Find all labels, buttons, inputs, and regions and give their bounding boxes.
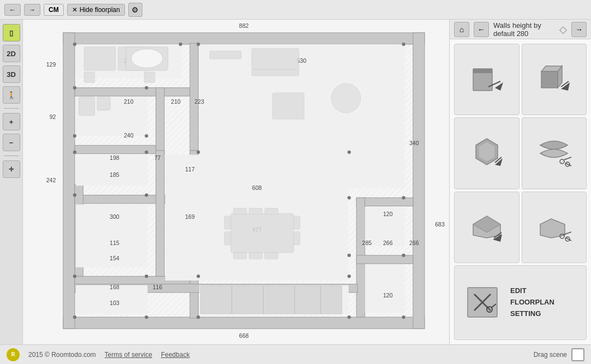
svg-point-65: [73, 86, 76, 89]
back-button[interactable]: ←: [474, 22, 489, 37]
svg-rect-95: [273, 93, 305, 119]
svg-rect-11: [190, 43, 198, 151]
back-icon: ←: [477, 25, 485, 34]
svg-rect-2: [63, 33, 425, 44]
svg-text:240: 240: [124, 132, 134, 139]
zoom-in-button[interactable]: +: [3, 113, 20, 130]
wrap-scissors-card[interactable]: [522, 117, 587, 189]
floor-pencil-card[interactable]: [454, 192, 520, 263]
svg-point-63: [197, 43, 200, 46]
hide-floorplan-button[interactable]: ✕ Hide floorplan: [67, 4, 125, 16]
hex-prism-card[interactable]: [454, 117, 520, 189]
close-icon: ✕: [72, 6, 77, 14]
svg-line-132: [564, 157, 571, 160]
svg-text:117: 117: [185, 166, 195, 172]
svg-rect-91: [145, 72, 155, 82]
undo-button[interactable]: ←: [4, 4, 21, 16]
view-2d-button[interactable]: 2D: [3, 45, 20, 62]
svg-point-66: [145, 86, 148, 89]
svg-point-61: [73, 43, 76, 46]
svg-point-69: [73, 151, 76, 154]
walk-icon: 🚶: [7, 91, 16, 99]
svg-point-62: [179, 43, 182, 46]
svg-text:683: 683: [435, 221, 445, 228]
svg-rect-99: [249, 208, 262, 214]
svg-rect-8: [156, 88, 164, 154]
svg-text:300: 300: [110, 213, 120, 220]
edit-floorplan-card[interactable]: EDIT FLOORPLAN SETTING: [454, 265, 587, 340]
svg-text:210: 210: [124, 98, 134, 105]
svg-point-79: [145, 315, 148, 319]
forward-icon: →: [575, 25, 583, 34]
svg-text:223: 223: [195, 98, 205, 105]
zoom-out-button[interactable]: −: [3, 134, 20, 151]
svg-text:168: 168: [110, 284, 120, 290]
svg-text:120: 120: [383, 211, 393, 217]
svg-text:266: 266: [409, 240, 419, 246]
floorplan-svg: 882 668 129 92 242 683 240 210 210 223 5…: [23, 20, 449, 344]
box-settings-card[interactable]: [522, 44, 587, 115]
svg-rect-103: [265, 253, 278, 259]
svg-rect-27: [365, 264, 405, 313]
gear-icon: ⚙: [132, 5, 139, 14]
select-tool-button[interactable]: ▯: [3, 24, 20, 41]
svg-text:340: 340: [409, 140, 419, 146]
svg-rect-106: [294, 216, 300, 229]
main-area: ▯ 2D 3D 🚶 + − ✛: [0, 20, 591, 344]
right-panel-header: ⌂ ← Walls height by default 280 ◇ →: [450, 20, 591, 39]
walk-mode-button[interactable]: 🚶: [3, 86, 20, 104]
fit-icon: ✛: [9, 166, 14, 173]
svg-point-83: [348, 196, 351, 199]
svg-rect-3: [63, 317, 425, 329]
svg-text:116: 116: [153, 284, 163, 290]
sidebar-divider: [4, 108, 19, 109]
svg-rect-115: [79, 97, 95, 116]
home-icon: ⌂: [459, 25, 464, 34]
svg-text:120: 120: [383, 292, 393, 299]
left-sidebar: ▯ 2D 3D 🚶 + − ✛: [0, 20, 23, 344]
redo-button[interactable]: →: [24, 4, 40, 16]
svg-text:668: 668: [239, 332, 249, 339]
forward-button[interactable]: →: [571, 22, 587, 37]
svg-rect-92: [252, 49, 299, 69]
svg-text:77: 77: [154, 154, 161, 161]
settings-button[interactable]: ⚙: [128, 3, 142, 17]
feedback-link[interactable]: Feedback: [161, 351, 190, 359]
svg-text:185: 185: [110, 171, 120, 178]
copyright-text: 2015 © Roomtodo.com: [28, 351, 96, 359]
panel-grid: EDIT FLOORPLAN SETTING: [450, 39, 591, 344]
wrap-scissors-icon: [535, 134, 573, 172]
view-3d-button[interactable]: 3D: [3, 65, 20, 83]
wall-settings-card[interactable]: [454, 44, 520, 115]
svg-text:198: 198: [110, 154, 120, 161]
home-button[interactable]: ⌂: [454, 22, 469, 37]
svg-rect-122: [541, 71, 558, 88]
svg-text:92: 92: [50, 114, 56, 120]
canvas-area[interactable]: 882 668 129 92 242 683 240 210 210 223 5…: [23, 20, 449, 344]
svg-text:129: 129: [46, 61, 56, 68]
select-icon: ▯: [9, 29, 13, 37]
svg-text:242: 242: [46, 177, 56, 183]
wall-pencil-icon: [468, 61, 506, 99]
svg-point-86: [197, 275, 200, 278]
svg-rect-104: [224, 216, 231, 229]
svg-point-94: [331, 83, 361, 113]
svg-rect-102: [249, 253, 262, 259]
svg-point-75: [73, 315, 76, 319]
right-panel: ⌂ ← Walls height by default 280 ◇ →: [449, 20, 591, 344]
svg-rect-90: [84, 72, 94, 82]
svg-point-67: [73, 134, 76, 138]
svg-point-78: [402, 315, 405, 319]
drag-scene: Drag scene: [534, 348, 584, 361]
svg-point-77: [348, 315, 351, 319]
spinner-icon: ◇: [559, 23, 567, 35]
svg-text:882: 882: [239, 22, 249, 29]
fit-view-button[interactable]: ✛: [3, 160, 20, 178]
floor-scissors-icon: [535, 208, 573, 246]
terms-link[interactable]: Terms of service: [105, 351, 152, 359]
svg-rect-88: [84, 47, 116, 70]
svg-text:115: 115: [110, 240, 120, 246]
floor-scissors-card[interactable]: [522, 192, 587, 263]
svg-point-68: [145, 134, 148, 138]
svg-text:210: 210: [171, 98, 181, 105]
